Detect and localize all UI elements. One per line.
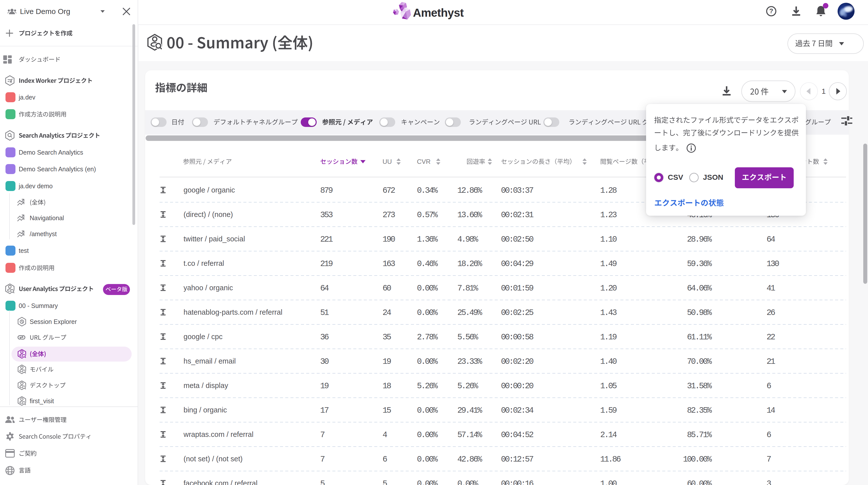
svg-text:?: ? (769, 7, 773, 15)
